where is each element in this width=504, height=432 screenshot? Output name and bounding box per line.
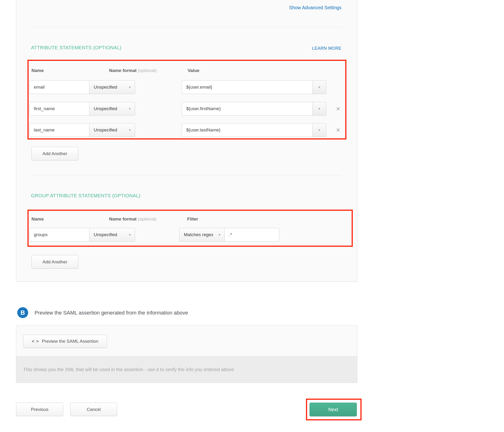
chevron-down-icon: ▼ [318, 107, 321, 110]
column-header-name: Name [31, 216, 44, 222]
attribute-value-combo: ▼ [182, 102, 326, 116]
attribute-row: Unspecified ▼ ▼ × [29, 102, 345, 116]
attribute-name-input[interactable] [29, 102, 90, 116]
name-format-select[interactable]: Unspecified ▼ [89, 123, 135, 137]
learn-more-link[interactable]: LEARN MORE [312, 46, 342, 51]
column-header-value: Value [188, 68, 199, 73]
saml-settings-panel: Show Advanced Settings ATTRIBUTE STATEME… [16, 0, 357, 282]
preview-assertion-panel: < > Preview the SAML Assertion This show… [16, 325, 357, 383]
filter-type-select[interactable]: Matches regex ▼ [179, 228, 225, 242]
name-format-selected-value: Unspecified [94, 232, 117, 237]
next-button-annotation: Next [306, 399, 361, 420]
next-button[interactable]: Next [309, 403, 357, 416]
preview-help-text: This shows you the XML that will be used… [23, 367, 234, 372]
chevron-down-icon: ▼ [128, 86, 131, 89]
attribute-row: Unspecified ▼ ▼ [29, 80, 345, 94]
attribute-value-input[interactable] [182, 80, 326, 94]
column-header-name-format: Name format (optional) [109, 68, 157, 73]
preview-help-footer: This shows you the XML that will be used… [16, 356, 357, 383]
attribute-value-combo: ▼ [182, 80, 326, 94]
group-name-input[interactable] [29, 228, 90, 242]
value-dropdown-button[interactable]: ▼ [312, 123, 326, 137]
attribute-value-input[interactable] [182, 102, 326, 116]
previous-button[interactable]: Previous [16, 403, 63, 416]
chevron-down-icon: ▼ [128, 233, 131, 236]
name-format-selected-value: Unspecified [94, 127, 117, 133]
filter-type-selected-value: Matches regex [184, 232, 213, 237]
name-format-selected-value: Unspecified [94, 106, 117, 111]
show-advanced-settings-link[interactable]: Show Advanced Settings [289, 5, 342, 10]
chevron-down-icon: ▼ [128, 129, 131, 131]
chevron-down-icon: ▼ [128, 107, 131, 110]
group-attribute-statements-title: GROUP ATTRIBUTE STATEMENTS (OPTIONAL) [31, 193, 141, 198]
add-another-button[interactable]: Add Another [31, 147, 78, 160]
preview-saml-assertion-button[interactable]: < > Preview the SAML Assertion [23, 335, 107, 348]
remove-row-button[interactable]: × [334, 126, 342, 134]
remove-row-button[interactable]: × [334, 105, 342, 113]
name-format-select[interactable]: Unspecified ▼ [89, 80, 135, 94]
attribute-value-input[interactable] [182, 123, 326, 137]
name-format-selected-value: Unspecified [94, 85, 117, 90]
group-attribute-row: Unspecified ▼ Matches regex ▼ [29, 228, 352, 242]
column-header-name: Name [31, 68, 44, 73]
attribute-value-combo: ▼ [182, 123, 326, 137]
attribute-statements-title: ATTRIBUTE STATEMENTS (OPTIONAL) [31, 45, 121, 50]
divider [31, 27, 342, 27]
step-b-badge: B [17, 307, 28, 318]
column-header-name-format-text: Name format [109, 68, 136, 73]
attribute-row: Unspecified ▼ ▼ × [29, 123, 345, 137]
column-header-filter: Filter [187, 216, 198, 222]
chevron-down-icon: ▼ [318, 129, 321, 131]
attribute-statements-annotation: Name Name format (optional) Value Unspec… [27, 60, 346, 140]
value-dropdown-button[interactable]: ▼ [312, 80, 326, 94]
step-b-heading: Preview the SAML assertion generated fro… [35, 310, 188, 316]
filter-value-input[interactable] [225, 228, 279, 242]
chevron-down-icon: ▼ [218, 233, 221, 236]
column-header-optional-note: (optional) [138, 216, 156, 221]
divider [31, 175, 342, 175]
column-header-optional-note: (optional) [138, 68, 156, 73]
attribute-name-input[interactable] [29, 123, 90, 137]
preview-button-label: Preview the SAML Assertion [42, 339, 99, 344]
group-attribute-statements-annotation: Name Name format (optional) Filter Unspe… [27, 210, 353, 247]
name-format-select[interactable]: Unspecified ▼ [89, 228, 135, 242]
value-dropdown-button[interactable]: ▼ [312, 102, 326, 116]
cancel-button[interactable]: Cancel [70, 403, 117, 416]
column-header-name-format: Name format (optional) [109, 216, 157, 222]
attribute-name-input[interactable] [29, 80, 90, 94]
add-another-button[interactable]: Add Another [31, 255, 78, 269]
name-format-select[interactable]: Unspecified ▼ [89, 102, 135, 116]
column-header-name-format-text: Name format [109, 216, 136, 221]
saml-settings-page: Show Advanced Settings ATTRIBUTE STATEME… [0, 0, 504, 432]
code-icon: < > [32, 339, 39, 344]
chevron-down-icon: ▼ [318, 86, 321, 89]
